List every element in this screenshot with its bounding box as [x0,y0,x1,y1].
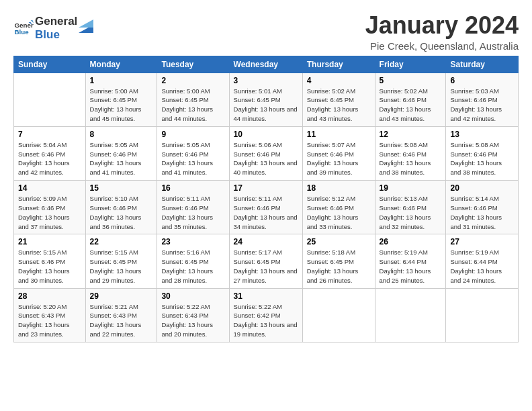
day-number: 3 [234,76,298,85]
calendar-cell: 22 Sunrise: 5:15 AMSunset: 6:45 PMDaylig… [85,234,157,288]
header-day: Wednesday [229,56,302,73]
day-info: Sunrise: 5:09 AMSunset: 6:46 PMDaylight:… [18,195,70,230]
logo-icon: General Blue [13,18,34,38]
day-number: 11 [307,130,371,139]
calendar-cell [302,288,375,342]
calendar-cell [14,73,86,126]
calendar-cell: 1 Sunrise: 5:00 AMSunset: 6:45 PMDayligh… [85,73,157,126]
calendar-table: SundayMondayTuesdayWednesdayThursdayFrid… [13,56,519,342]
header-day: Sunday [14,56,86,73]
day-number: 21 [18,237,81,246]
day-number: 19 [380,183,442,193]
day-number: 7 [18,130,81,139]
day-number: 10 [234,130,298,139]
day-info: Sunrise: 5:03 AMSunset: 6:46 PMDaylight:… [450,87,502,122]
header: General Blue General Blue January 2024 P… [13,12,519,52]
header-day: Friday [375,56,446,73]
day-number: 24 [234,237,298,246]
day-number: 6 [450,76,514,85]
day-info: Sunrise: 5:04 AMSunset: 6:46 PMDaylight:… [18,141,70,176]
day-info: Sunrise: 5:05 AMSunset: 6:46 PMDaylight:… [90,141,142,176]
day-number: 1 [90,76,153,85]
svg-marker-6 [79,19,93,28]
calendar-cell: 13 Sunrise: 5:08 AMSunset: 6:46 PMDaylig… [446,126,519,180]
day-number: 30 [161,291,224,301]
svg-text:General: General [15,21,34,28]
day-number: 18 [307,183,371,193]
calendar-week-row: 28 Sunrise: 5:20 AMSunset: 6:43 PMDaylig… [14,288,519,342]
calendar-cell: 10 Sunrise: 5:06 AMSunset: 6:46 PMDaylig… [229,126,302,180]
calendar-cell: 7 Sunrise: 5:04 AMSunset: 6:46 PMDayligh… [14,126,86,180]
calendar-cell: 25 Sunrise: 5:18 AMSunset: 6:45 PMDaylig… [302,234,375,288]
calendar-cell: 30 Sunrise: 5:22 AMSunset: 6:43 PMDaylig… [157,288,229,342]
calendar-cell: 12 Sunrise: 5:08 AMSunset: 6:46 PMDaylig… [375,126,446,180]
day-info: Sunrise: 5:15 AMSunset: 6:45 PMDaylight:… [90,248,142,283]
day-info: Sunrise: 5:19 AMSunset: 6:44 PMDaylight:… [380,248,431,283]
calendar-cell: 5 Sunrise: 5:02 AMSunset: 6:46 PMDayligh… [375,73,446,126]
day-number: 31 [234,291,298,301]
day-number: 16 [161,183,224,193]
day-info: Sunrise: 5:13 AMSunset: 6:46 PMDaylight:… [380,195,431,230]
calendar-cell: 3 Sunrise: 5:01 AMSunset: 6:45 PMDayligh… [229,73,302,126]
day-info: Sunrise: 5:14 AMSunset: 6:46 PMDaylight:… [450,195,502,230]
day-info: Sunrise: 5:02 AMSunset: 6:46 PMDaylight:… [380,87,431,122]
day-info: Sunrise: 5:05 AMSunset: 6:46 PMDaylight:… [161,141,213,176]
day-info: Sunrise: 5:18 AMSunset: 6:45 PMDaylight:… [307,248,359,283]
day-info: Sunrise: 5:11 AMSunset: 6:46 PMDaylight:… [234,195,298,230]
day-info: Sunrise: 5:06 AMSunset: 6:46 PMDaylight:… [234,141,298,176]
calendar-cell: 14 Sunrise: 5:09 AMSunset: 6:46 PMDaylig… [14,181,86,234]
logo-triangle-icon [79,18,93,33]
day-number: 8 [90,130,153,139]
day-info: Sunrise: 5:11 AMSunset: 6:46 PMDaylight:… [161,195,213,230]
calendar-cell: 21 Sunrise: 5:15 AMSunset: 6:46 PMDaylig… [14,234,86,288]
calendar-cell: 29 Sunrise: 5:21 AMSunset: 6:43 PMDaylig… [85,288,157,342]
calendar-cell [446,288,519,342]
day-info: Sunrise: 5:19 AMSunset: 6:44 PMDaylight:… [450,248,502,283]
day-number: 9 [161,130,224,139]
logo-line2: Blue [35,28,77,42]
day-info: Sunrise: 5:00 AMSunset: 6:45 PMDaylight:… [161,87,213,122]
calendar-cell: 6 Sunrise: 5:03 AMSunset: 6:46 PMDayligh… [446,73,519,126]
location: Pie Creek, Queensland, Australia [365,40,519,52]
calendar-cell: 2 Sunrise: 5:00 AMSunset: 6:45 PMDayligh… [157,73,229,126]
day-number: 14 [18,183,81,193]
calendar-cell: 8 Sunrise: 5:05 AMSunset: 6:46 PMDayligh… [85,126,157,180]
logo-line1: General [35,15,77,28]
day-info: Sunrise: 5:15 AMSunset: 6:46 PMDaylight:… [18,248,70,283]
svg-text:Blue: Blue [15,28,30,36]
calendar-cell: 18 Sunrise: 5:12 AMSunset: 6:46 PMDaylig… [302,181,375,234]
day-info: Sunrise: 5:22 AMSunset: 6:43 PMDaylight:… [161,303,213,338]
day-number: 20 [450,183,514,193]
calendar-cell: 26 Sunrise: 5:19 AMSunset: 6:44 PMDaylig… [375,234,446,288]
day-info: Sunrise: 5:08 AMSunset: 6:46 PMDaylight:… [450,141,502,176]
calendar-cell: 19 Sunrise: 5:13 AMSunset: 6:46 PMDaylig… [375,181,446,234]
day-info: Sunrise: 5:07 AMSunset: 6:46 PMDaylight:… [307,141,359,176]
day-info: Sunrise: 5:08 AMSunset: 6:46 PMDaylight:… [380,141,431,176]
calendar-week-row: 14 Sunrise: 5:09 AMSunset: 6:46 PMDaylig… [14,181,519,234]
calendar-cell: 15 Sunrise: 5:10 AMSunset: 6:46 PMDaylig… [85,181,157,234]
day-number: 17 [234,183,298,193]
calendar-cell: 9 Sunrise: 5:05 AMSunset: 6:46 PMDayligh… [157,126,229,180]
day-number: 22 [90,237,153,246]
day-number: 12 [380,130,442,139]
day-number: 26 [380,237,442,246]
calendar-cell: 24 Sunrise: 5:17 AMSunset: 6:45 PMDaylig… [229,234,302,288]
calendar-cell: 23 Sunrise: 5:16 AMSunset: 6:45 PMDaylig… [157,234,229,288]
day-number: 15 [90,183,153,193]
day-info: Sunrise: 5:10 AMSunset: 6:46 PMDaylight:… [90,195,142,230]
page: General Blue General Blue January 2024 P… [0,0,532,349]
day-number: 5 [380,76,442,85]
calendar-week-row: 7 Sunrise: 5:04 AMSunset: 6:46 PMDayligh… [14,126,519,180]
day-number: 2 [161,76,224,85]
calendar-cell: 20 Sunrise: 5:14 AMSunset: 6:46 PMDaylig… [446,181,519,234]
calendar-cell: 28 Sunrise: 5:20 AMSunset: 6:43 PMDaylig… [14,288,86,342]
calendar-cell: 4 Sunrise: 5:02 AMSunset: 6:45 PMDayligh… [302,73,375,126]
day-info: Sunrise: 5:02 AMSunset: 6:45 PMDaylight:… [307,87,359,122]
day-info: Sunrise: 5:12 AMSunset: 6:46 PMDaylight:… [307,195,359,230]
calendar-cell [375,288,446,342]
calendar-cell: 31 Sunrise: 5:22 AMSunset: 6:42 PMDaylig… [229,288,302,342]
title-section: January 2024 Pie Creek, Queensland, Aust… [365,12,519,52]
day-number: 29 [90,291,153,301]
day-number: 13 [450,130,514,139]
day-info: Sunrise: 5:20 AMSunset: 6:43 PMDaylight:… [18,303,70,338]
